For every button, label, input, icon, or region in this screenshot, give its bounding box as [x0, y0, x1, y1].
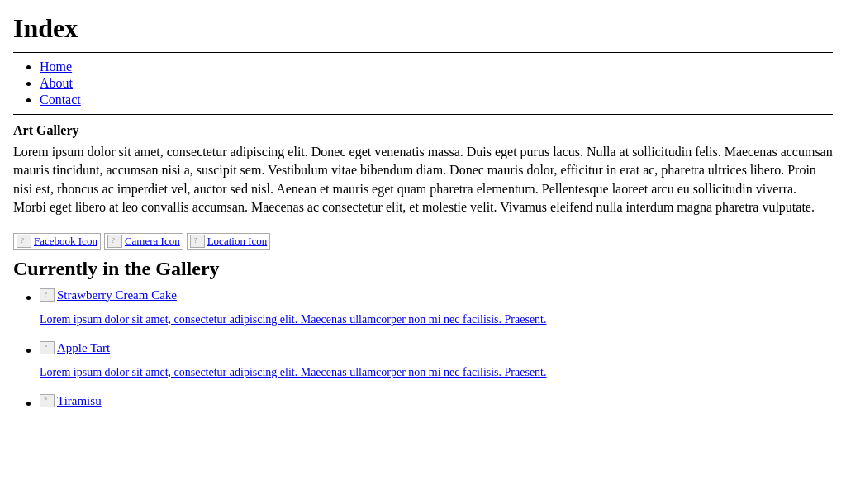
gallery-item-name-2: Tiramisu [57, 394, 102, 408]
gallery-item-image-1 [40, 341, 55, 354]
icons-row: Facebook Icon Camera Icon Location Icon [13, 233, 833, 250]
divider-top [13, 52, 833, 53]
divider-nav [13, 114, 833, 115]
divider-art [13, 226, 833, 226]
main-nav: Home About Contact [13, 59, 833, 107]
camera-icon [107, 235, 122, 248]
gallery-item-1: Apple Tart Lorem ipsum dolor sit amet, c… [40, 341, 833, 381]
gallery-item-name-0: Strawberry Cream Cake [57, 288, 177, 302]
gallery-item-link-0[interactable]: Strawberry Cream Cake [40, 288, 177, 302]
facebook-icon [17, 235, 31, 248]
gallery-item-desc-link-0[interactable]: Lorem ipsum dolor sit amet, consectetur … [40, 311, 833, 328]
gallery-item-link-2[interactable]: Tiramisu [40, 394, 102, 408]
gallery-item-name-1: Apple Tart [57, 341, 110, 355]
facebook-icon-link[interactable]: Facebook Icon [13, 233, 101, 250]
nav-item-home: Home [40, 59, 833, 74]
nav-item-about: About [40, 76, 833, 91]
gallery-item-0: Strawberry Cream Cake Lorem ipsum dolor … [40, 288, 833, 328]
camera-icon-link[interactable]: Camera Icon [104, 233, 183, 250]
art-gallery-body: Lorem ipsum dolor sit amet, consectetur … [13, 143, 833, 217]
location-icon-link[interactable]: Location Icon [187, 233, 271, 250]
art-gallery-heading: Art Gallery [13, 123, 833, 138]
camera-icon-label: Camera Icon [125, 235, 180, 248]
nav-link-home[interactable]: Home [40, 59, 72, 74]
page-title: Index [13, 13, 833, 44]
gallery-item-2: Tiramisu [40, 394, 833, 411]
gallery-list: Strawberry Cream Cake Lorem ipsum dolor … [13, 288, 833, 411]
gallery-item-link-1[interactable]: Apple Tart [40, 341, 110, 355]
location-icon-label: Location Icon [207, 235, 268, 248]
location-icon [190, 235, 205, 248]
facebook-icon-label: Facebook Icon [34, 235, 97, 248]
gallery-item-image-2 [40, 394, 55, 407]
nav-item-contact: Contact [40, 93, 833, 107]
gallery-item-desc-link-1[interactable]: Lorem ipsum dolor sit amet, consectetur … [40, 364, 833, 381]
gallery-item-image-0 [40, 288, 55, 302]
nav-link-contact[interactable]: Contact [40, 93, 81, 107]
gallery-heading: Currently in the Gallery [13, 258, 833, 280]
nav-link-about[interactable]: About [40, 76, 73, 90]
